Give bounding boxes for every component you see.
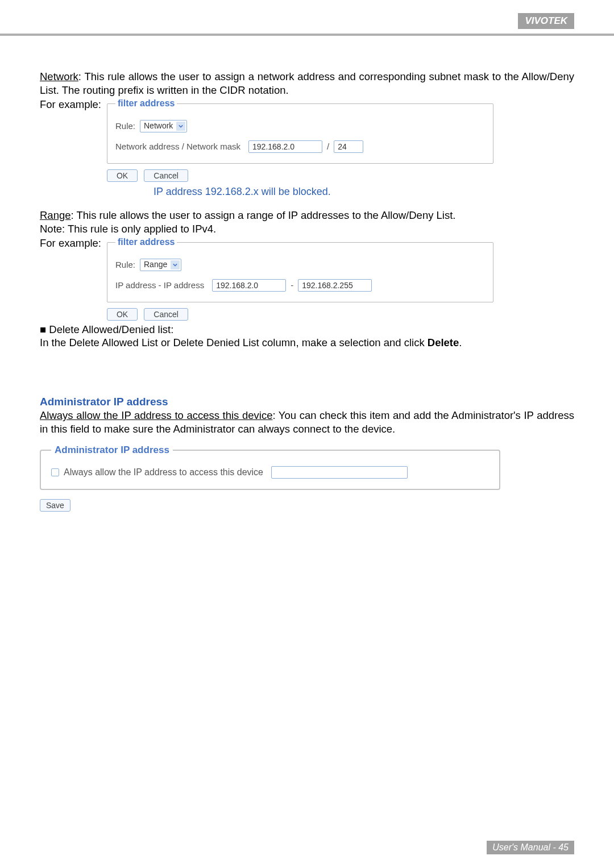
admin-ip-legend: Administrator IP address xyxy=(51,444,173,456)
cancel-button[interactable]: Cancel xyxy=(144,169,188,182)
delete-text-before: In the Delete Allowed List or Delete Den… xyxy=(40,337,428,348)
save-button[interactable]: Save xyxy=(40,499,70,512)
admin-checkbox-label: Always allow the IP address to access th… xyxy=(64,467,263,478)
admin-allow-checkbox[interactable] xyxy=(51,468,59,476)
network-address-row: Network address / Network mask / xyxy=(115,140,485,153)
network-panel: filter address Rule: Network Network add… xyxy=(107,98,493,181)
range-for-example: For example: xyxy=(40,236,107,250)
range-example-region: For example: filter address Rule: Range … xyxy=(40,236,574,320)
admin-ip-underline: Always allow the IP address to access th… xyxy=(40,409,272,421)
range-address-label: IP address - IP address xyxy=(115,280,204,290)
filter-address-legend: filter address xyxy=(115,236,177,248)
admin-ip-input[interactable] xyxy=(271,466,408,479)
range-ip-from-input[interactable] xyxy=(212,279,286,292)
page-content: Network: This rule allows the user to as… xyxy=(0,36,614,512)
cancel-button[interactable]: Cancel xyxy=(144,308,188,321)
range-ip-to-input[interactable] xyxy=(298,279,372,292)
network-rule-label: Network xyxy=(40,70,78,82)
rule-label: Rule: xyxy=(115,121,135,131)
range-rule-label: Range xyxy=(40,209,71,221)
chevron-down-icon xyxy=(176,122,185,131)
network-button-row: OK Cancel xyxy=(107,168,493,182)
delete-text-after: . xyxy=(459,337,462,348)
brand-label: VIVOTEK xyxy=(518,13,574,29)
rule-row: Rule: Network xyxy=(115,120,485,132)
network-rule-desc: : This rule allows the user to assign a … xyxy=(40,70,574,96)
rule-select-value: Range xyxy=(144,260,167,270)
rule-label: Rule: xyxy=(115,259,135,270)
delete-bold: Delete xyxy=(428,337,459,348)
network-rule-paragraph: Network: This rule allows the user to as… xyxy=(40,70,574,97)
save-row: Save xyxy=(40,498,574,512)
network-blocked-caption: IP address 192.168.2.x will be blocked. xyxy=(154,185,574,198)
network-mask-input[interactable] xyxy=(334,140,363,153)
slash-separator: / xyxy=(327,141,329,152)
delete-list-text: In the Delete Allowed List or Delete Den… xyxy=(40,336,574,350)
filter-address-fieldset-network: filter address Rule: Network Network add… xyxy=(107,98,493,163)
dash-separator: - xyxy=(291,280,293,290)
range-rule-desc: : This rule allows the user to assign a … xyxy=(71,209,456,221)
chevron-down-icon xyxy=(171,260,180,269)
network-address-label: Network address / Network mask xyxy=(115,141,240,152)
admin-ip-fieldset: Administrator IP address Always allow th… xyxy=(40,444,500,491)
range-panel: filter address Rule: Range IP address - … xyxy=(107,236,493,320)
range-rule-note: Note: This rule is only applied to IPv4. xyxy=(40,222,574,236)
rule-select-range[interactable]: Range xyxy=(140,259,181,271)
filter-address-legend: filter address xyxy=(115,98,177,109)
ok-button[interactable]: OK xyxy=(107,308,138,321)
network-ip-input[interactable] xyxy=(248,140,322,153)
page-footer: User's Manual - 45 xyxy=(487,841,574,854)
rule-select-network[interactable]: Network xyxy=(140,120,187,132)
ok-button[interactable]: OK xyxy=(107,169,138,182)
network-example-region: For example: filter address Rule: Networ… xyxy=(40,98,574,181)
filter-address-fieldset-range: filter address Rule: Range IP address - … xyxy=(107,236,493,302)
admin-ip-title: Administrator IP address xyxy=(40,395,574,409)
range-button-row: OK Cancel xyxy=(107,307,493,321)
rule-select-value: Network xyxy=(144,121,173,131)
delete-list-heading: ■ Delete Allowed/Denied list: xyxy=(40,323,574,337)
range-rule-paragraph: Range: This rule allows the user to assi… xyxy=(40,209,574,222)
network-for-example: For example: xyxy=(40,98,107,111)
admin-ip-paragraph: Always allow the IP address to access th… xyxy=(40,409,574,435)
admin-ip-row: Always allow the IP address to access th… xyxy=(51,466,489,479)
range-address-row: IP address - IP address - xyxy=(115,279,485,292)
rule-row: Rule: Range xyxy=(115,259,485,271)
page-header: VIVOTEK xyxy=(0,0,614,36)
